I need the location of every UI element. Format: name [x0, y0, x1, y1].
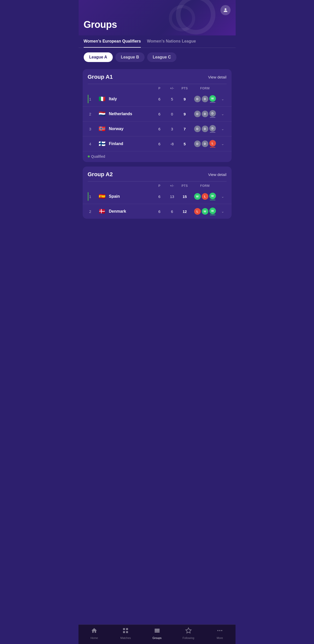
norway-name: Norway	[109, 127, 124, 131]
nav-more[interactable]: More	[204, 627, 235, 639]
denmark-rank: 2	[88, 209, 98, 214]
group-a1-title: Group A1	[88, 74, 113, 80]
norway-rank: 3	[88, 127, 98, 131]
group-a2-title: Group A2	[88, 171, 113, 178]
profile-icon[interactable]	[220, 5, 231, 15]
norway-p: 6	[153, 127, 166, 131]
norway-form-1: D	[194, 126, 201, 132]
a2-col-pts: PTS	[178, 184, 191, 188]
italy-form-1: D	[194, 96, 201, 102]
nav-matches-label: Matches	[120, 636, 131, 639]
netherlands-form-2: D	[202, 111, 208, 117]
finland-form-2: D	[202, 140, 208, 147]
finland-p: 6	[153, 142, 166, 146]
spain-form: W L W	[191, 193, 219, 200]
nav-following[interactable]: Following	[173, 627, 204, 639]
italy-name: Italy	[109, 97, 117, 101]
norway-plusminus: 3	[166, 127, 178, 131]
finland-form: D D L	[191, 140, 219, 148]
finland-form-1: D	[194, 140, 201, 147]
nav-home[interactable]: Home	[79, 627, 110, 639]
italy-form-3: W	[209, 95, 216, 102]
group-a2-card: Group A2 View detail P +/- PTS FORM 1 🇪🇸…	[83, 167, 232, 219]
group-a1-view-detail[interactable]: View detail	[208, 75, 226, 79]
spain-name: Spain	[109, 194, 120, 199]
netherlands-rank: 2	[88, 112, 98, 116]
nav-matches[interactable]: Matches	[110, 627, 141, 639]
league-buttons: League A League B League C	[79, 48, 236, 67]
netherlands-plusminus: 0	[166, 112, 178, 116]
team-row-finland[interactable]: 4 🇫🇮 Finland 6 -8 5 D D L ⌄	[83, 136, 232, 151]
bottom-nav: Home Matches Groups Following	[79, 625, 236, 644]
team-row-spain[interactable]: 1 🇪🇸 Spain 6 13 15 W L W ⌄	[83, 189, 232, 204]
svg-point-6	[217, 630, 218, 631]
denmark-form-3: W	[209, 208, 216, 214]
spain-form-1: W	[194, 193, 201, 200]
league-a-button[interactable]: League A	[84, 52, 113, 62]
nav-more-label: More	[217, 636, 223, 639]
netherlands-info: 🇳🇱 Netherlands	[98, 110, 153, 118]
league-b-button[interactable]: League B	[115, 52, 145, 62]
norway-flag: 🇳🇴	[98, 125, 106, 133]
qualified-text-a1: Qualified	[91, 154, 105, 158]
home-icon	[91, 627, 98, 635]
finland-plusminus: -8	[166, 142, 178, 146]
netherlands-name: Netherlands	[109, 112, 132, 116]
spain-chevron[interactable]: ⌄	[219, 194, 227, 198]
col-plusminus: +/-	[166, 87, 178, 90]
spain-p: 6	[153, 194, 166, 199]
team-row-italy[interactable]: 1 🇮🇹 Italy 6 5 9 D D W ⌄	[83, 92, 232, 107]
group-a1-header: Group A1 View detail	[83, 69, 232, 84]
content: Group A1 View detail P +/- PTS FORM 1 🇮🇹…	[79, 67, 236, 249]
header: Groups	[79, 0, 236, 35]
norway-chevron[interactable]: ⌄	[219, 127, 227, 131]
groups-icon	[154, 627, 160, 635]
team-row-denmark[interactable]: 2 🇩🇰 Denmark 6 6 12 L W W ⌄	[83, 204, 232, 219]
svg-rect-3	[123, 631, 125, 633]
svg-point-7	[219, 630, 220, 631]
league-c-button[interactable]: League C	[147, 52, 176, 62]
spain-flag: 🇪🇸	[98, 192, 106, 201]
tab-womens-european-qualifiers[interactable]: Women's European Qualifiers	[84, 35, 141, 48]
nav-following-label: Following	[183, 636, 194, 639]
spain-info: 🇪🇸 Spain	[98, 192, 153, 201]
italy-pts: 9	[178, 97, 191, 101]
netherlands-pts: 9	[178, 112, 191, 116]
spain-form-3: W	[209, 193, 216, 199]
a2-col-p: P	[153, 184, 166, 188]
group-a2-view-detail[interactable]: View detail	[208, 172, 226, 177]
finland-chevron[interactable]: ⌄	[219, 142, 227, 146]
denmark-name: Denmark	[109, 209, 126, 214]
norway-form-2: D	[202, 126, 208, 132]
denmark-form: L W W	[191, 208, 219, 215]
nav-groups[interactable]: Groups	[141, 627, 173, 639]
svg-rect-4	[126, 631, 128, 633]
denmark-form-1: L	[194, 208, 201, 215]
qualified-label-a1: Qualified	[83, 151, 232, 162]
denmark-info: 🇩🇰 Denmark	[98, 207, 153, 216]
svg-rect-2	[126, 628, 128, 630]
svg-marker-5	[186, 628, 191, 633]
finland-rank: 4	[88, 142, 98, 146]
spain-plusminus: 13	[166, 194, 178, 199]
a2-col-form: FORM	[191, 184, 219, 188]
norway-form-3: D	[209, 125, 216, 132]
finland-name: Finland	[109, 142, 123, 146]
tab-womens-nations-league[interactable]: Women's Nations League	[147, 35, 196, 48]
italy-chevron[interactable]: ⌄	[219, 97, 227, 101]
svg-point-0	[225, 8, 226, 10]
italy-form: D D W	[191, 95, 219, 103]
finland-pts: 5	[178, 142, 191, 146]
netherlands-form-3: D	[209, 110, 216, 117]
group-a1-col-headers: P +/- PTS FORM	[83, 84, 232, 92]
header-top	[84, 5, 231, 15]
spain-pts: 15	[178, 194, 191, 199]
norway-pts: 7	[178, 127, 191, 131]
svg-point-8	[221, 630, 222, 631]
nav-groups-label: Groups	[152, 636, 162, 639]
team-row-netherlands[interactable]: 2 🇳🇱 Netherlands 6 0 9 D D D ⌄	[83, 107, 232, 122]
col-p: P	[153, 87, 166, 90]
denmark-chevron[interactable]: ⌄	[219, 209, 227, 213]
netherlands-chevron[interactable]: ⌄	[219, 112, 227, 116]
team-row-norway[interactable]: 3 🇳🇴 Norway 6 3 7 D D D ⌄	[83, 122, 232, 136]
